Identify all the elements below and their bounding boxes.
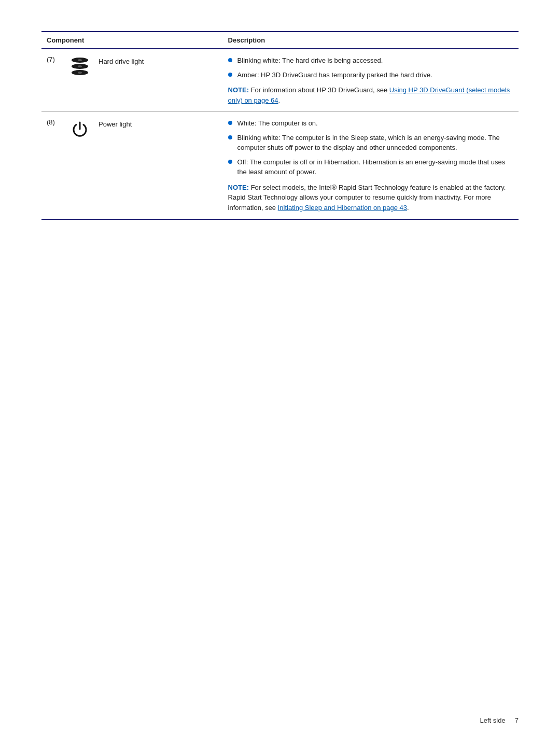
component-cell-1: (8) Power light [41, 112, 223, 220]
component-label-0: Hard drive light [99, 55, 144, 65]
page-footer: Left side 7 [480, 716, 519, 724]
bullet-item: White: The computer is on. [228, 118, 513, 129]
bullet-item: Blinking white: The computer is in the S… [228, 133, 513, 153]
bullet-text: White: The computer is on. [237, 118, 513, 129]
bullet-text: Amber: HP 3D DriveGuard has temporarily … [237, 70, 513, 80]
footer-text: Left side [480, 716, 506, 724]
note-block-0: NOTE: For information about HP 3D DriveG… [228, 85, 513, 105]
component-table: Component Description (7) Hard drive lig… [41, 31, 519, 220]
power-icon [69, 118, 90, 139]
note-label: NOTE: [228, 86, 249, 94]
bullet-dot-icon [228, 58, 232, 62]
bullet-item: Amber: HP 3D DriveGuard has temporarily … [228, 70, 513, 80]
description-cell-0: Blinking white: The hard drive is being … [223, 49, 519, 112]
bullet-dot-icon [228, 73, 232, 77]
bullet-text: Blinking white: The hard drive is being … [237, 55, 513, 66]
bullet-dot-icon [228, 135, 232, 139]
note-block-1: NOTE: For select models, the Intel® Rapi… [228, 182, 513, 213]
bullet-dot-icon [228, 121, 232, 125]
component-label-1: Power light [99, 118, 132, 128]
hdd-icon [69, 55, 90, 75]
table-row: (8) Power lightWhite: The computer is on… [41, 112, 519, 220]
table-row: (7) Hard drive lightBlinking white: The … [41, 49, 519, 112]
note-text: For information about HP 3D DriveGuard, … [249, 86, 389, 94]
bullet-text: Blinking white: The computer is in the S… [237, 133, 513, 153]
note-text-after: . [278, 96, 280, 104]
note-label: NOTE: [228, 184, 249, 191]
component-cell-0: (7) Hard drive light [41, 49, 223, 112]
table-header-description: Description [223, 32, 519, 49]
component-number-0: (7) [47, 55, 61, 63]
bullet-item: Blinking white: The hard drive is being … [228, 55, 513, 66]
bullet-item: Off: The computer is off or in Hibernati… [228, 157, 513, 177]
note-text-after: . [407, 204, 409, 212]
component-number-1: (8) [47, 118, 61, 126]
note-link[interactable]: Initiating Sleep and Hibernation on page… [278, 204, 407, 212]
page-number: 7 [515, 716, 519, 724]
bullet-dot-icon [228, 160, 232, 164]
description-cell-1: White: The computer is on.Blinking white… [223, 112, 519, 220]
bullet-text: Off: The computer is off or in Hibernati… [237, 157, 513, 177]
table-header-component: Component [41, 32, 223, 49]
